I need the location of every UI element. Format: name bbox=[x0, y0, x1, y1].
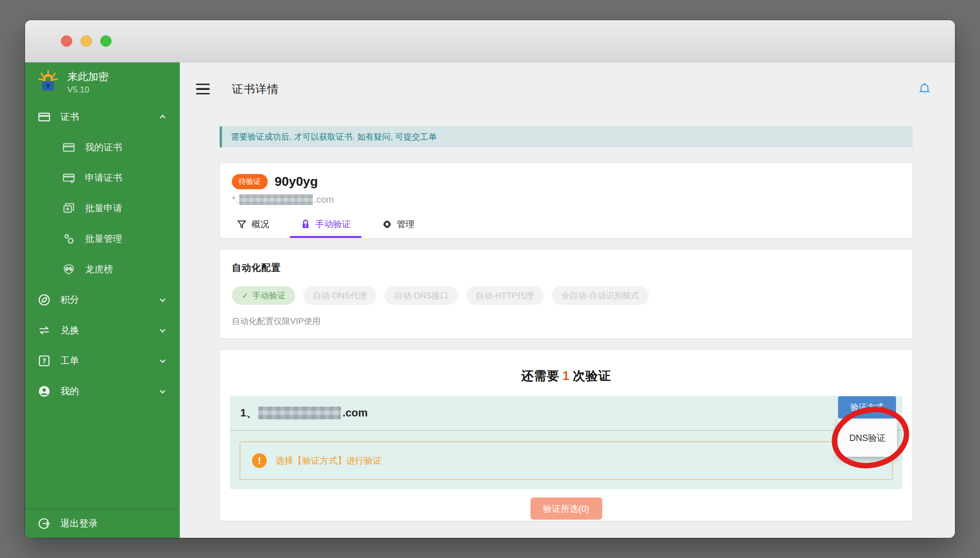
sidebar-item-label: 我的 bbox=[60, 385, 148, 398]
option-manual-verify[interactable]: ✓ 手动验证 bbox=[232, 286, 295, 305]
option-label: 自动-DNS代理 bbox=[313, 290, 367, 301]
sidebar-footer: 退出登录 bbox=[25, 509, 180, 538]
automation-title: 自动化配置 bbox=[232, 262, 900, 274]
tab-manage[interactable]: 管理 bbox=[377, 218, 420, 238]
certificate-name: 90y0yg bbox=[275, 174, 318, 189]
sidebar-item-label: 申请证书 bbox=[85, 172, 167, 184]
window-titlebar bbox=[25, 20, 955, 62]
domain-suffix: .com bbox=[314, 194, 334, 205]
redacted-domain-blur bbox=[239, 194, 313, 205]
exclamation-icon: ! bbox=[252, 453, 267, 468]
option-label: 全自动-自动识别模式 bbox=[561, 290, 640, 301]
padlock-sun-logo-icon bbox=[37, 70, 59, 94]
app-name: 来此加密 bbox=[67, 70, 109, 84]
batch-apply-icon bbox=[62, 202, 75, 215]
logout-icon bbox=[38, 517, 51, 530]
check-icon: ✓ bbox=[242, 291, 248, 300]
sidebar-item-my-certificates[interactable]: 我的证书 bbox=[25, 132, 180, 163]
svg-text:?: ? bbox=[42, 357, 46, 365]
dns-verify-menu-item[interactable]: DNS验证 bbox=[838, 419, 897, 457]
app-window: 来此加密 V5.10 证书 bbox=[25, 20, 955, 538]
tab-label: 手动验证 bbox=[315, 218, 351, 230]
sidebar-item-label: 兑换 bbox=[60, 324, 148, 337]
option-auto-dns-proxy[interactable]: 自动-DNS代理 bbox=[303, 286, 377, 305]
sidebar-item-batch-manage[interactable]: 批量管理 bbox=[25, 224, 180, 254]
sidebar-nav: 证书 我的证书 bbox=[25, 102, 180, 407]
option-auto-dns-api[interactable]: 自动-DNS接口 bbox=[385, 286, 458, 305]
verify-selected-button[interactable]: 验证所选(0) bbox=[531, 498, 602, 520]
tab-label: 管理 bbox=[397, 218, 415, 230]
sidebar-item-points[interactable]: 积分 bbox=[25, 285, 180, 315]
close-window-button[interactable] bbox=[61, 35, 72, 47]
certificate-card: 待验证 90y0yg *. .com bbox=[220, 163, 913, 238]
my-certificates-icon bbox=[62, 141, 75, 154]
content-area: 需要验证成功后, 才可以获取证书. 如有疑问, 可提交工单 待验证 90y0yg… bbox=[180, 116, 955, 521]
sidebar-item-label: 积分 bbox=[60, 294, 148, 306]
sidebar-item-label: 批量申请 bbox=[85, 202, 167, 215]
heading-prefix: 还需要 bbox=[521, 369, 560, 382]
sidebar-item-apply-certificate[interactable]: 申请证书 bbox=[25, 163, 180, 193]
option-full-auto[interactable]: 全自动-自动识别模式 bbox=[552, 286, 649, 305]
main-header: 证书详情 bbox=[180, 62, 955, 116]
info-banner: 需要验证成功后, 才可以获取证书. 如有疑问, 可提交工单 bbox=[220, 126, 913, 147]
verification-method-button[interactable]: 验证方式 bbox=[838, 396, 896, 418]
sidebar: 来此加密 V5.10 证书 bbox=[25, 62, 180, 538]
zoom-window-button[interactable] bbox=[100, 35, 112, 47]
minimize-window-button[interactable] bbox=[81, 35, 92, 47]
menu-toggle-icon[interactable] bbox=[196, 84, 210, 95]
exchange-arrows-icon bbox=[38, 324, 51, 337]
verification-heading: 还需要1次验证 bbox=[230, 368, 902, 384]
page-title: 证书详情 bbox=[232, 82, 279, 97]
heading-suffix: 次验证 bbox=[573, 369, 611, 382]
sidebar-item-label: 批量管理 bbox=[85, 233, 167, 245]
notification-bell-icon[interactable] bbox=[918, 82, 931, 96]
option-auto-http-proxy[interactable]: 自动-HTTP代理 bbox=[466, 286, 544, 305]
chevron-down-icon bbox=[158, 356, 167, 365]
domain-row: 1、 .com bbox=[230, 396, 902, 431]
certificate-domain: *. .com bbox=[232, 194, 900, 205]
sidebar-item-tickets[interactable]: ? 工单 bbox=[25, 346, 180, 376]
chevron-down-icon bbox=[158, 326, 167, 335]
sidebar-item-certificates[interactable]: 证书 bbox=[25, 102, 180, 132]
info-banner-text: 需要验证成功后, 才可以获取证书. 如有疑问, 可提交工单 bbox=[231, 131, 437, 143]
app-version: V5.10 bbox=[67, 85, 109, 95]
option-label: 自动-HTTP代理 bbox=[476, 290, 534, 301]
option-label: 自动-DNS接口 bbox=[394, 290, 448, 301]
vip-note: 自动化配置仅限VIP使用 bbox=[232, 316, 900, 327]
warning-text: 选择【验证方式】进行验证 bbox=[276, 455, 382, 467]
profile-icon bbox=[38, 385, 51, 398]
lock-icon: ? bbox=[301, 219, 310, 229]
sidebar-item-batch-apply[interactable]: 批量申请 bbox=[25, 193, 180, 224]
chevron-down-icon bbox=[158, 295, 167, 304]
tab-overview[interactable]: 概况 bbox=[232, 218, 274, 238]
gear-icon bbox=[382, 219, 392, 229]
tab-label: 概况 bbox=[252, 218, 269, 230]
main-area: 证书详情 需要验证成功后, 才可以获取证书. 如有疑问, 可提交工单 bbox=[180, 62, 955, 538]
traffic-lights bbox=[61, 35, 112, 47]
option-label: 手动验证 bbox=[252, 290, 285, 301]
app-logo: 来此加密 V5.10 bbox=[25, 62, 180, 102]
sidebar-item-exchange[interactable]: 兑换 bbox=[25, 315, 180, 346]
apply-certificate-icon bbox=[62, 172, 75, 184]
svg-text:?: ? bbox=[305, 224, 307, 228]
domain-verification-block: 1、 .com ! 选择【验证方式】进行验证 bbox=[230, 396, 902, 489]
row-domain-suffix: .com bbox=[342, 407, 367, 419]
sidebar-item-leaderboard[interactable]: 龙虎榜 bbox=[25, 254, 180, 285]
tab-manual-verify[interactable]: ? 手动验证 bbox=[296, 218, 356, 238]
logout-button[interactable]: 退出登录 bbox=[25, 509, 180, 538]
automation-options: ✓ 手动验证 自动-DNS代理 自动-DNS接口 自动-HTTP代理 bbox=[232, 286, 900, 305]
certificate-tabs: 概况 ? 手动验证 bbox=[232, 218, 900, 238]
redacted-domain-blur bbox=[258, 407, 341, 419]
sidebar-item-label: 我的证书 bbox=[85, 141, 167, 154]
row-index: 1、 bbox=[240, 406, 257, 420]
sidebar-item-profile[interactable]: 我的 bbox=[25, 376, 180, 407]
certificate-icon bbox=[38, 111, 51, 123]
batch-manage-icon bbox=[62, 233, 75, 245]
logout-label: 退出登录 bbox=[60, 517, 167, 530]
warning-box: ! 选择【验证方式】进行验证 bbox=[240, 441, 893, 480]
ticket-question-icon: ? bbox=[38, 354, 51, 367]
domain-prefix: *. bbox=[232, 194, 238, 205]
leaderboard-icon bbox=[62, 263, 75, 276]
chevron-down-icon bbox=[158, 387, 167, 396]
status-badge: 待验证 bbox=[232, 174, 268, 189]
